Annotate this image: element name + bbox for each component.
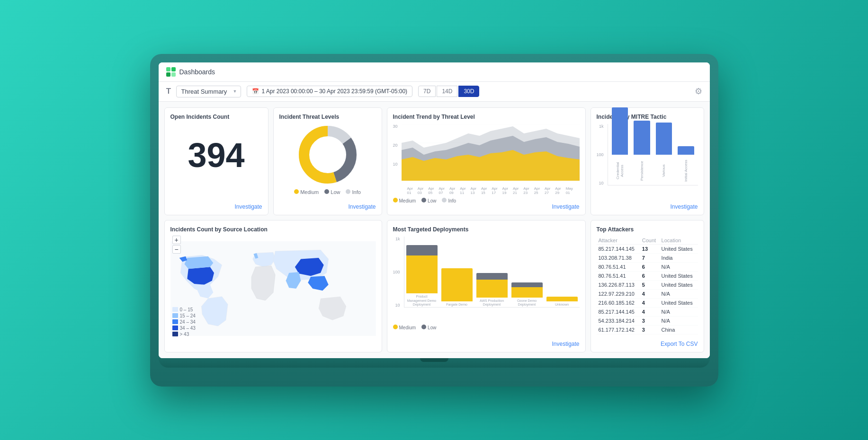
export-csv-link[interactable]: Export To CSV	[661, 341, 698, 347]
incident-threat-levels-card: Incident Threat Levels Medium	[273, 107, 382, 215]
col-count: Count	[640, 237, 660, 245]
threat-levels-investigate[interactable]: Investigate	[348, 203, 376, 210]
attacker-ip: 80.76.51.41	[597, 271, 640, 280]
attacker-location: China	[660, 325, 698, 334]
time-btn-7d[interactable]: 7D	[418, 86, 436, 97]
date-range-button[interactable]: 📅 1 Apr 2023 00:00:00 – 30 Apr 2023 23:5…	[247, 86, 413, 97]
open-incidents-count: 394	[170, 124, 262, 191]
dep-y-1k: 1k	[393, 237, 400, 241]
dashboard-dropdown-wrapper[interactable]: Threat Summary	[176, 86, 241, 97]
attacker-count: 3	[640, 316, 660, 325]
attacker-ip: 85.217.144.145	[597, 307, 640, 316]
top-attackers-card: Top Attackers Attacker Count Location 85…	[591, 220, 704, 352]
bar-persistence: Persistence	[634, 121, 650, 185]
map-legend: 0 – 15 15 – 24 24 – 34 34 – 43 > 43	[172, 307, 196, 338]
attacker-ip: 122.97.229.210	[597, 289, 640, 298]
laptop-notch	[420, 358, 448, 362]
dep-y-10: 10	[393, 303, 400, 308]
attacker-ip: 61.177.172.142	[597, 325, 640, 334]
time-btn-30d[interactable]: 30D	[458, 86, 479, 97]
attacker-location: N/A	[660, 289, 698, 298]
attacker-count: 4	[640, 307, 660, 316]
bar-various: Various	[656, 123, 672, 185]
table-row: 216.60.185.162 4 United States	[597, 298, 698, 307]
time-range-buttons: 7D 14D 30D	[418, 86, 479, 97]
laptop-frame: Dashboards 𝖳 Threat Summary 📅 1 Apr 2023…	[150, 54, 718, 387]
bar-unknown: Unknown	[546, 297, 578, 307]
attacker-ip: 216.60.185.162	[597, 298, 640, 307]
table-row: 80.76.51.41 6 United States	[597, 271, 698, 280]
incident-threat-levels-title: Incident Threat Levels	[279, 114, 376, 120]
table-row: 136.226.87.113 5 United States	[597, 280, 698, 289]
attacker-location: United States	[660, 280, 698, 289]
filter-icon: 𝖳	[166, 87, 170, 96]
attacker-ip: 85.217.144.145	[597, 244, 640, 253]
attacker-location: N/A	[660, 307, 698, 316]
bar-fargate: Fargate Demo	[441, 268, 473, 307]
date-range-text: 1 Apr 2023 00:00:00 – 30 Apr 2023 23:59:…	[262, 88, 408, 95]
calendar-icon: 📅	[252, 88, 259, 95]
attacker-ip: 80.76.51.41	[597, 262, 640, 271]
table-row: 54.233.184.214 3 N/A	[597, 316, 698, 325]
app-logo	[166, 67, 176, 77]
table-row: 85.217.144.145 4 N/A	[597, 307, 698, 316]
mitre-y-100: 100	[597, 152, 604, 157]
bar-aws: AWS Production Deployment	[476, 273, 508, 307]
table-row: 80.76.51.41 6 N/A	[597, 262, 698, 271]
attacker-ip: 136.226.87.113	[597, 280, 640, 289]
area-chart-svg	[402, 124, 580, 181]
settings-icon[interactable]: ⚙	[695, 86, 702, 97]
attacker-ip: 103.208.71.38	[597, 253, 640, 262]
legend-low: Low	[324, 189, 340, 195]
mitre-y-1k: 1k	[597, 124, 604, 129]
legend-info: Info	[346, 189, 360, 195]
attacker-location: United States	[660, 244, 698, 253]
incident-trend-investigate[interactable]: Investigate	[552, 203, 579, 210]
attacker-count: 3	[640, 325, 660, 334]
bar-credential-access: Credential Access	[612, 107, 628, 185]
attacker-location: United States	[660, 271, 698, 280]
mitre-y-10: 10	[597, 181, 604, 185]
zoom-out-button[interactable]: −	[172, 245, 181, 254]
table-row: 122.97.229.210 4 N/A	[597, 289, 698, 298]
bar-product-mgmt: Product Management Demo Deployment	[406, 245, 438, 307]
top-attackers-title: Top Attackers	[597, 226, 698, 233]
attacker-ip: 54.233.184.214	[597, 316, 640, 325]
attacker-location: N/A	[660, 262, 698, 271]
source-location-card: Incidents Count by Source Location + −	[164, 220, 382, 352]
attacker-count: 4	[640, 298, 660, 307]
most-targeted-card: Most Targeted Deployments 1k 100 10	[387, 220, 586, 352]
mitre-tactic-card: Incidents by MITRE Tactic 1k 100 10 Cred…	[591, 107, 704, 215]
dep-y-100: 100	[393, 270, 400, 274]
open-incidents-investigate[interactable]: Investigate	[234, 203, 262, 210]
deployments-investigate[interactable]: Investigate	[552, 341, 579, 347]
time-btn-14d[interactable]: 14D	[437, 86, 457, 97]
donut-chart	[297, 124, 358, 185]
table-row: 85.217.144.145 13 United States	[597, 244, 698, 253]
attacker-count: 13	[640, 244, 660, 253]
laptop-screen: Dashboards 𝖳 Threat Summary 📅 1 Apr 2023…	[159, 62, 710, 358]
attackers-table: Attacker Count Location 85.217.144.145 1…	[597, 237, 698, 334]
open-incidents-card: Open Incidents Count 394 Investigate	[164, 107, 268, 215]
attacker-location: N/A	[660, 316, 698, 325]
legend-medium: Medium	[294, 189, 319, 195]
attacker-count: 5	[640, 280, 660, 289]
app-title: Dashboards	[179, 68, 215, 76]
world-map-svg	[170, 241, 376, 336]
mitre-investigate[interactable]: Investigate	[670, 203, 698, 210]
attacker-location: United States	[660, 298, 698, 307]
bar-ozone: Ozone Demo Deployment	[511, 282, 543, 307]
incident-trend-title: Incident Trend by Threat Level	[393, 114, 580, 120]
most-targeted-title: Most Targeted Deployments	[393, 226, 580, 233]
x-axis-labels: Apr 01Apr 03Apr 05Apr 07Apr 09Apr 11Apr …	[407, 186, 580, 195]
attacker-count: 7	[640, 253, 660, 262]
dashboard-dropdown[interactable]: Threat Summary	[176, 86, 241, 97]
attacker-count: 6	[640, 262, 660, 271]
zoom-in-button[interactable]: +	[172, 236, 181, 244]
attacker-location: India	[660, 253, 698, 262]
bar-initial-access: Initial Access	[678, 146, 694, 185]
attacker-count: 4	[640, 289, 660, 298]
deployments-legend: Medium Low	[393, 325, 580, 330]
trend-chart-legend: Medium Low Info	[393, 198, 580, 203]
incident-trend-card: Incident Trend by Threat Level 30 20 10	[387, 107, 586, 215]
